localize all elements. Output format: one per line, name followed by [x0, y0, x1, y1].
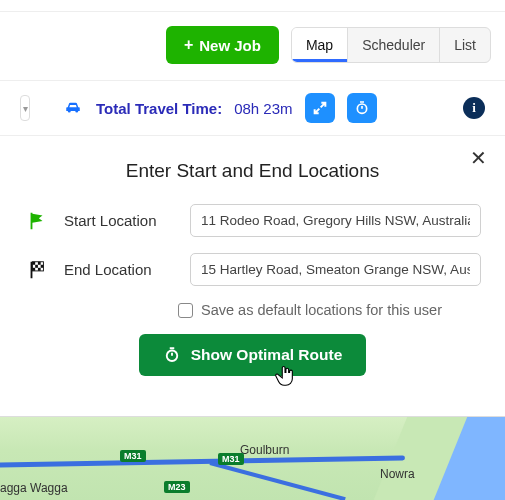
- end-location-input[interactable]: [190, 253, 481, 286]
- new-job-label: New Job: [199, 37, 261, 54]
- dropdown-chip[interactable]: ▾: [20, 95, 30, 121]
- highway-shield-3: M23: [164, 481, 190, 493]
- start-location-input[interactable]: [190, 204, 481, 237]
- svg-point-0: [357, 104, 366, 113]
- svg-rect-7: [32, 267, 35, 270]
- cursor-hand-icon: [274, 364, 296, 390]
- map-label-goulburn: Goulburn: [240, 443, 289, 457]
- highway-shield-2: M31: [218, 453, 244, 465]
- start-flag-icon: [24, 210, 50, 232]
- car-icon: [62, 99, 84, 117]
- map-label-nowra: Nowra: [380, 467, 415, 481]
- svg-rect-5: [35, 264, 38, 267]
- close-icon[interactable]: ✕: [470, 146, 487, 170]
- panel-title: Enter Start and End Locations: [24, 160, 481, 182]
- svg-rect-3: [32, 261, 35, 264]
- svg-rect-8: [38, 267, 41, 270]
- end-location-label: End Location: [64, 261, 176, 278]
- start-location-label: Start Location: [64, 212, 176, 229]
- show-route-label: Show Optimal Route: [191, 346, 343, 364]
- highway-shield-1: M31: [120, 450, 146, 462]
- end-flag-icon: [24, 259, 50, 281]
- new-job-button[interactable]: + New Job: [166, 26, 279, 64]
- show-optimal-route-button[interactable]: Show Optimal Route: [139, 334, 367, 376]
- svg-rect-6: [41, 264, 44, 267]
- tab-list[interactable]: List: [439, 28, 490, 62]
- status-row: ▾ Total Travel Time: 08h 23m i: [0, 81, 505, 136]
- total-travel-time-label: Total Travel Time:: [96, 100, 222, 117]
- svg-rect-4: [38, 261, 41, 264]
- toolbar: + New Job Map Scheduler List: [0, 12, 505, 81]
- map-label-wagga: agga Wagga: [0, 481, 68, 495]
- expand-button[interactable]: [305, 93, 335, 123]
- save-default-checkbox[interactable]: [178, 303, 193, 318]
- view-tabs: Map Scheduler List: [291, 27, 491, 63]
- plus-icon: +: [184, 36, 193, 54]
- timer-button[interactable]: [347, 93, 377, 123]
- info-icon[interactable]: i: [463, 97, 485, 119]
- map-preview[interactable]: Goulburn Nowra agga Wagga M31 M31 M23: [0, 416, 505, 500]
- stopwatch-icon: [163, 346, 181, 364]
- locations-panel: ✕ Enter Start and End Locations Start Lo…: [0, 136, 505, 386]
- tab-map[interactable]: Map: [292, 28, 347, 62]
- save-default-label: Save as default locations for this user: [201, 302, 442, 318]
- tab-scheduler[interactable]: Scheduler: [347, 28, 439, 62]
- total-travel-time-value: 08h 23m: [234, 100, 292, 117]
